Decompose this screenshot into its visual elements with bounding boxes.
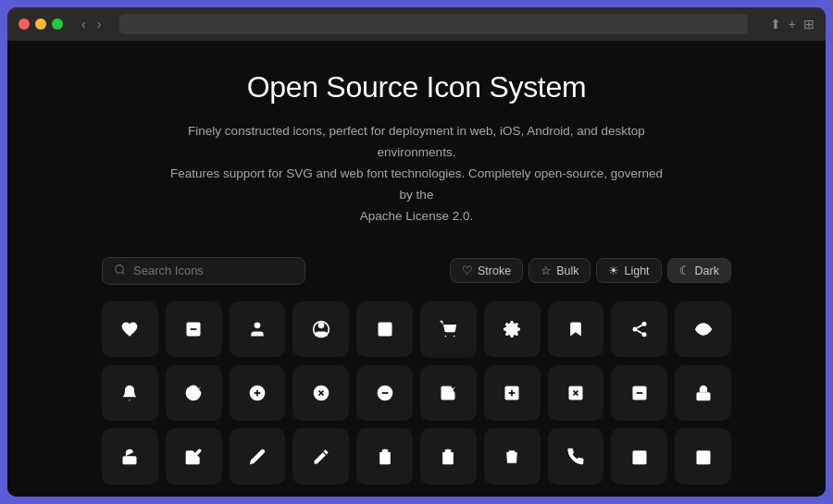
search-icon [114,264,126,278]
icon-settings[interactable] [484,301,541,358]
stroke-label: Stroke [478,264,511,277]
icon-cart[interactable] [420,301,477,358]
bulk-label: Bulk [556,264,578,277]
svg-point-12 [641,322,646,326]
forward-button[interactable]: › [93,15,106,33]
icon-trash-3[interactable] [484,428,541,485]
stroke-filter-button[interactable]: ♡ Stroke [450,258,523,283]
hero-title: Open Source Icon System [247,70,587,104]
icon-eye[interactable] [675,301,731,358]
icon-bookmark[interactable] [548,301,604,358]
light-label: Light [624,264,649,277]
search-box[interactable] [102,257,305,285]
star-icon: ☆ [541,264,552,277]
icon-trash-2[interactable] [420,428,477,485]
icon-bell[interactable] [102,365,158,422]
controls-bar: ♡ Stroke ☆ Bulk ☀ Light ☾ Dark [102,257,731,285]
svg-rect-42 [696,450,710,464]
browser-window: ‹ › ⬆ + ⊞ Open Source Icon System Finely… [7,7,826,497]
svg-point-8 [382,326,387,330]
icon-share[interactable] [611,301,667,358]
svg-line-15 [637,330,642,333]
moon-icon: ☾ [679,264,690,277]
svg-point-4 [255,323,261,329]
svg-rect-35 [123,456,137,464]
light-filter-button[interactable]: ☀ Light [596,258,661,283]
svg-line-16 [637,326,642,328]
search-input[interactable] [133,264,293,277]
heart-icon: ♡ [462,264,473,277]
icon-minus-square[interactable] [166,301,222,358]
icon-user[interactable] [230,301,286,358]
icon-calendar[interactable] [611,428,667,485]
icon-phone[interactable] [548,428,604,485]
svg-rect-38 [632,450,646,464]
share-icon[interactable]: ⬆ [770,17,781,31]
icons-grid [102,301,731,485]
icon-minus-square-2[interactable] [611,365,667,422]
sun-icon: ☀ [608,264,619,277]
svg-point-5 [317,323,324,329]
add-tab-icon[interactable]: + [789,17,796,31]
svg-point-9 [445,336,447,338]
nav-buttons: ‹ › [78,15,105,33]
icon-pencil[interactable] [230,428,286,485]
svg-point-14 [641,332,646,337]
address-bar[interactable] [119,14,747,34]
traffic-lights [19,18,63,30]
close-button[interactable] [19,18,30,30]
icon-pen[interactable] [292,428,349,485]
icon-unlock[interactable] [102,428,158,485]
icon-lock[interactable] [675,365,731,422]
svg-point-17 [701,327,705,332]
hero-description: Finely constructed icons, perfect for de… [167,121,666,227]
icon-heart[interactable] [102,301,158,358]
back-button[interactable]: ‹ [78,15,90,33]
svg-point-13 [632,327,637,332]
window-actions: ⬆ + ⊞ [770,17,814,31]
icon-trash[interactable] [356,428,413,485]
icon-check-circle[interactable] [166,365,222,422]
svg-point-10 [454,336,455,338]
svg-point-0 [116,264,124,273]
grid-icon[interactable]: ⊞ [803,17,814,31]
icon-check-square[interactable] [420,365,477,422]
icon-x-square[interactable] [548,365,604,422]
maximize-button[interactable] [52,18,63,30]
icon-user-square[interactable] [356,301,413,358]
dark-label: Dark [695,264,719,277]
svg-line-1 [122,272,124,274]
filter-buttons: ♡ Stroke ☆ Bulk ☀ Light ☾ Dark [450,258,731,283]
icon-x-circle[interactable] [292,365,349,422]
page-content: Open Source Icon System Finely construct… [7,41,826,497]
bulk-filter-button[interactable]: ☆ Bulk [528,258,591,283]
icon-user-circle[interactable] [292,301,349,358]
icon-plus-circle[interactable] [230,365,286,422]
icon-minus-circle[interactable] [356,365,413,422]
dark-filter-button[interactable]: ☾ Dark [667,258,731,283]
icon-calendar-2[interactable] [675,428,731,485]
svg-rect-34 [696,392,710,400]
minimize-button[interactable] [35,18,46,30]
icon-plus-square[interactable] [484,365,541,422]
icon-edit-pen[interactable] [166,428,222,485]
title-bar: ‹ › ⬆ + ⊞ [7,7,826,41]
